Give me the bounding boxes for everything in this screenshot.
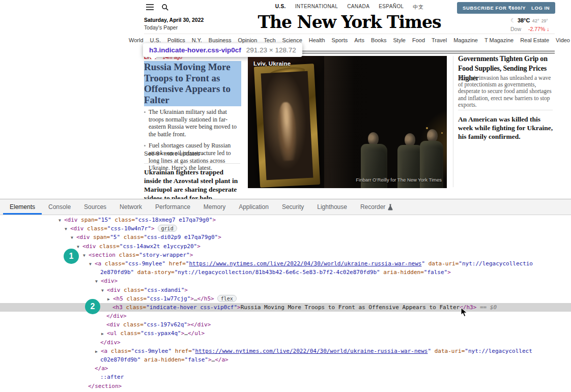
inspect-dimensions: 291.23 × 128.72	[246, 46, 296, 54]
market-index-label: Dow	[510, 26, 521, 32]
weather-widget[interactable]: ☾ 38°C 42° 29° Dow -2.77% ↓	[510, 17, 557, 32]
nav-item-travel[interactable]: Travel	[432, 37, 447, 43]
edition-link[interactable]: ESPAÑOL	[379, 4, 404, 11]
lead-photo[interactable]: Lviv, Ukraine Finbarr O’Reilly for The N…	[248, 56, 447, 188]
devtools-tab-elements[interactable]: Elements	[3, 199, 42, 215]
right-column-rule	[458, 110, 553, 110]
devtools-tree-row[interactable]: ▶<ul class="css-ypax4q">…</ul>	[0, 329, 571, 338]
devtools-tree-row[interactable]: ▼<div class="css-10w4n7r">grid	[0, 224, 571, 233]
devtools-tree-row[interactable]: ▼<div span="5" class="css-di02p9 e17qa79…	[0, 233, 571, 242]
devtools-tab-lighthouse[interactable]: Lighthouse	[310, 199, 354, 215]
flask-icon	[388, 204, 393, 210]
nav-item-opinion[interactable]: Opinion	[238, 37, 257, 43]
header-divider	[144, 34, 555, 34]
devtools-tab-sources[interactable]: Sources	[77, 199, 113, 215]
photo-icon-frame	[254, 64, 320, 188]
nav-item-arts[interactable]: Arts	[354, 37, 364, 43]
section-nav: WorldU.S.PoliticsN.Y.BusinessOpinionTech…	[144, 37, 555, 43]
devtools-tree-row[interactable]: </section>	[0, 382, 571, 390]
photo-location-label: Lviv, Ukraine	[253, 61, 291, 67]
nyt-logo[interactable]: The New York Times	[144, 12, 555, 32]
devtools-tree-row[interactable]: ▼<div>	[0, 277, 571, 285]
devtools-tab-security[interactable]: Security	[275, 199, 310, 215]
lead-headline-inspect-highlight[interactable]: Russia Moving More Troops to Front as Of…	[144, 61, 241, 106]
live-update-bullets: The Ukrainian military said that troops …	[144, 108, 237, 176]
right-column-divider	[453, 56, 453, 187]
nav-item-tech[interactable]: Tech	[264, 37, 275, 43]
lead-headline[interactable]: Russia Moving More Troops to Front as Of…	[144, 61, 241, 105]
live-update-item[interactable]: Fuel shortages caused by Russian attacks…	[144, 142, 237, 171]
market-index-change: -2.77% ↓	[528, 26, 549, 32]
annotation-badge-1: 1	[64, 249, 79, 264]
nav-item-science[interactable]: Science	[282, 37, 302, 43]
devtools-tab-application[interactable]: Application	[232, 199, 275, 215]
nav-item-politics[interactable]: Politics	[167, 37, 185, 43]
devtools-tree-row[interactable]: </div>	[0, 338, 571, 347]
edition-link[interactable]: CANADA	[347, 4, 369, 11]
devtools-tab-recorder[interactable]: Recorder	[354, 199, 399, 215]
down-arrow-icon: ↓	[547, 26, 549, 32]
weather-low: 29°	[541, 18, 548, 23]
nav-item-sports[interactable]: Sports	[332, 37, 348, 43]
tooltip-caret	[149, 56, 157, 61]
devtools-tree-row[interactable]: ::after	[0, 373, 571, 381]
screenshot-root: { "colors": { "subscribe_blue": "#567b95…	[0, 0, 571, 392]
nav-item-health[interactable]: Health	[309, 37, 325, 43]
right-column-summary: Russia’s invasion has unleashed a wave o…	[458, 75, 552, 108]
devtools-tab-memory[interactable]: Memory	[197, 199, 232, 215]
devtools-panel: ElementsConsoleSourcesNetworkPerformance…	[0, 199, 571, 392]
edition-link[interactable]: 中文	[413, 4, 424, 11]
nav-item-real-estate[interactable]: Real Estate	[520, 37, 549, 43]
nav-item-video[interactable]: Video	[556, 37, 570, 43]
edition-link[interactable]: INTERNATIONAL	[295, 4, 338, 11]
devtools-tree-row[interactable]: ▼<section class="story-wrapper">	[0, 251, 571, 259]
nav-item-world[interactable]: World	[129, 37, 144, 43]
devtools-tree-row[interactable]: ▼<div span="15" class="css-18xmeg7 e17qa…	[0, 216, 571, 224]
weather-temp: 38°C	[518, 17, 530, 23]
nav-item-business[interactable]: Business	[209, 37, 232, 43]
annotation-badge-2: 2	[85, 299, 100, 314]
weather-high: 42°	[532, 18, 539, 23]
nav-item-books[interactable]: Books	[371, 37, 387, 43]
devtools-tree-row[interactable]: ▼<a class="css-9mylee" href="https://www…	[0, 259, 571, 268]
devtools-tab-console[interactable]: Console	[42, 199, 77, 215]
devtools-tree-row[interactable]: ▼<div class="css-14awx2t e1yccyp20">	[0, 242, 571, 251]
nav-item-magazine[interactable]: Magazine	[453, 37, 478, 43]
devtools-tree-row[interactable]: ▼<div class="css-xdandi">	[0, 286, 571, 294]
right-column-second-headline[interactable]: An American was killed this week while f…	[458, 115, 555, 141]
nav-item-u-s-[interactable]: U.S.	[150, 37, 161, 43]
devtools-tree-row[interactable]: c02e870fd9b" aria-hidden="false">…</a>	[0, 355, 571, 364]
secondary-headline[interactable]: Ukrainian fighters trapped inside the Az…	[144, 168, 239, 202]
nav-item-t-magazine[interactable]: T Magazine	[484, 37, 513, 43]
devtools-tree-row[interactable]: ▶<h5 class="css-1w77cjg">…</h5>flex	[0, 294, 571, 303]
devtools-tab-network[interactable]: Network	[113, 199, 149, 215]
devtools-tree-row[interactable]: ▶<a class="css-9mylee" href="https://www…	[0, 347, 571, 355]
mouse-cursor	[461, 307, 468, 317]
devtools-tree-row[interactable]: </div>	[0, 312, 571, 320]
photo-credit: Finbarr O’Reilly for The New York Times	[356, 177, 442, 183]
moon-icon: ☾	[510, 17, 516, 24]
devtools-tabbar: ElementsConsoleSourcesNetworkPerformance…	[0, 199, 571, 215]
nav-item-n-y-[interactable]: N.Y.	[192, 37, 202, 43]
devtools-tab-performance[interactable]: Performance	[149, 199, 197, 215]
nav-item-style[interactable]: Style	[393, 37, 405, 43]
inspect-tooltip: h3.indicate-hover.css-vip0cf 291.23 × 12…	[143, 43, 302, 57]
nav-item-food[interactable]: Food	[412, 37, 425, 43]
edition-link[interactable]: U.S.	[275, 4, 286, 11]
devtools-tree-row[interactable]: 2e870fd9b" data-story="nyt://legacycolle…	[0, 268, 571, 277]
inspect-selector: h3.indicate-hover.css-vip0cf	[149, 46, 241, 54]
devtools-tree-row[interactable]: <div class="css-197v62q"></div>	[0, 320, 571, 329]
column-divider	[144, 163, 240, 164]
more-updates-link[interactable]: See 9+ more updates ›	[144, 150, 204, 157]
devtools-tree-row[interactable]: </a>	[0, 364, 571, 373]
live-update-item[interactable]: The Ukrainian military said that troops …	[144, 108, 237, 138]
